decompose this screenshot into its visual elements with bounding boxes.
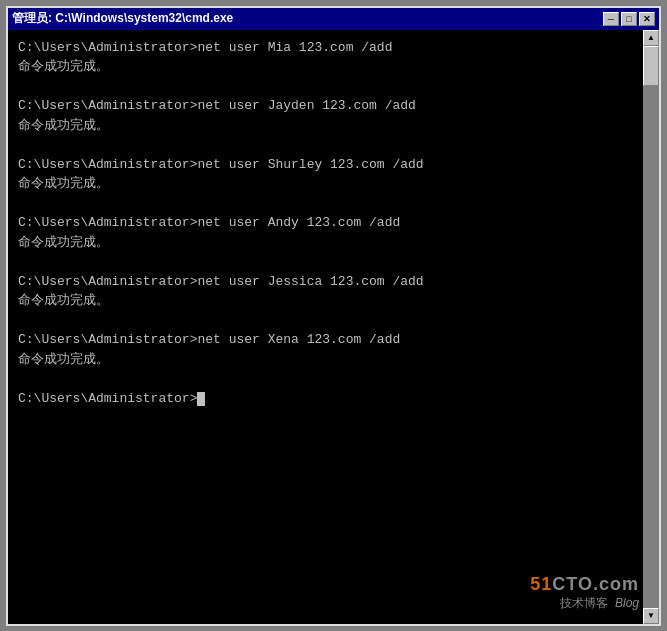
scroll-down-button[interactable]: ▼ [643, 608, 659, 624]
cmd-window: 管理员: C:\Windows\system32\cmd.exe ─ □ ✕ C… [6, 6, 661, 626]
scrollbar-track [643, 46, 659, 608]
scrollbar[interactable]: ▲ ▼ [643, 30, 659, 624]
title-bar: 管理员: C:\Windows\system32\cmd.exe ─ □ ✕ [8, 8, 659, 30]
console-area: C:\Users\Administrator>net user Mia 123.… [8, 30, 659, 624]
window-title: 管理员: C:\Windows\system32\cmd.exe [12, 10, 233, 27]
restore-button[interactable]: □ [621, 12, 637, 26]
console-output: C:\Users\Administrator>net user Mia 123.… [18, 38, 649, 409]
scroll-up-button[interactable]: ▲ [643, 30, 659, 46]
watermark-tagline: 技术博客 Blog [530, 595, 639, 612]
watermark: 51CTO.com 技术博客 Blog [530, 574, 639, 612]
close-button[interactable]: ✕ [639, 12, 655, 26]
window-controls: ─ □ ✕ [603, 12, 655, 26]
watermark-site: 51CTO.com [530, 574, 639, 595]
minimize-button[interactable]: ─ [603, 12, 619, 26]
scrollbar-thumb[interactable] [643, 46, 659, 86]
